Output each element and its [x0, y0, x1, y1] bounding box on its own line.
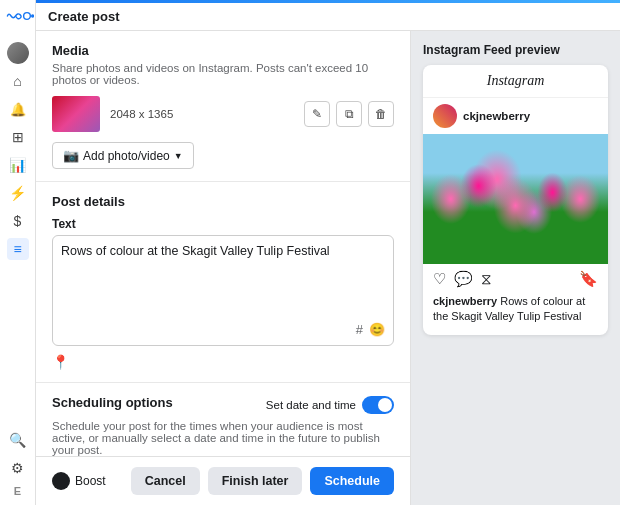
meta-logo	[6, 8, 30, 32]
location-icon: 📍	[52, 354, 69, 370]
schedule-button[interactable]: Schedule	[310, 467, 394, 495]
media-item: 2048 x 1365 ✎ ⧉ 🗑	[52, 96, 394, 132]
ig-post-image	[423, 134, 608, 264]
home-nav-icon[interactable]: ⌂	[7, 70, 29, 92]
grid-nav-icon[interactable]: ⊞	[7, 126, 29, 148]
media-thumbnail	[52, 96, 100, 132]
boost-toggle: Boost	[52, 472, 123, 490]
instagram-preview-card: Instagram ckjnewberry ♡ 💬 ⧖ 🔖	[423, 65, 608, 335]
post-details-title: Post details	[52, 194, 394, 209]
ig-avatar	[433, 104, 457, 128]
post-details-section: Post details Text Rows of colour at the …	[36, 182, 410, 383]
add-photo-video-button[interactable]: 📷 Add photo/video ▼	[52, 142, 194, 169]
set-date-time-label: Set date and time	[266, 399, 356, 411]
settings-nav-icon[interactable]: ⚙	[7, 457, 29, 479]
comment-icon[interactable]: 💬	[454, 270, 473, 288]
media-actions: ✎ ⧉ 🗑	[304, 101, 394, 127]
text-field-label: Text	[52, 217, 394, 231]
edit-media-button[interactable]: ✎	[304, 101, 330, 127]
boost-label: Boost	[75, 474, 106, 488]
post-text-input[interactable]: Rows of colour at the Skagit Valley Tuli…	[61, 244, 385, 316]
user-avatar[interactable]	[7, 42, 29, 64]
media-title: Media	[52, 43, 394, 58]
text-field-wrapper: Text Rows of colour at the Skagit Valley…	[52, 217, 394, 346]
chart-nav-icon[interactable]: 📊	[7, 154, 29, 176]
ig-caption: ckjnewberry Rows of colour at the Skagit…	[423, 294, 608, 335]
scheduling-header: Scheduling options Set date and time	[52, 395, 394, 414]
add-media-icon: 📷	[63, 148, 79, 163]
location-row[interactable]: 📍	[52, 354, 394, 370]
page-title: Create post	[48, 9, 120, 24]
boost-dot	[52, 472, 70, 490]
sidebar-label: E	[14, 485, 21, 497]
add-media-label: Add photo/video	[83, 149, 170, 163]
instagram-wordmark: Instagram	[423, 65, 608, 98]
dollar-nav-icon[interactable]: $	[7, 210, 29, 232]
media-section: Media Share photos and videos on Instagr…	[36, 31, 410, 182]
ig-image-content	[423, 134, 608, 264]
scheduling-description: Schedule your post for the times when yo…	[52, 420, 394, 456]
bookmark-icon[interactable]: 🔖	[579, 270, 598, 288]
left-panel: Media Share photos and videos on Instagr…	[36, 31, 411, 505]
hashtag-icon[interactable]: #	[356, 322, 363, 337]
ig-action-bar: ♡ 💬 ⧖ 🔖	[423, 264, 608, 294]
delete-media-button[interactable]: 🗑	[368, 101, 394, 127]
media-description: Share photos and videos on Instagram. Po…	[52, 62, 394, 86]
ig-user-row: ckjnewberry	[423, 98, 608, 134]
media-thumb-image	[52, 96, 100, 132]
ig-caption-username: ckjnewberry	[433, 295, 497, 307]
media-size: 2048 x 1365	[110, 108, 294, 120]
main-area: Create post Media Share photos and video…	[36, 0, 620, 505]
sidebar: ⌂ 🔔 ⊞ 📊 ⚡ $ ≡ 🔍 ⚙ E	[0, 0, 36, 505]
toggle-switch[interactable]	[362, 396, 394, 414]
add-media-chevron: ▼	[174, 151, 183, 161]
schedule-toggle-row: Set date and time	[266, 396, 394, 414]
cancel-button[interactable]: Cancel	[131, 467, 200, 495]
duplicate-media-button[interactable]: ⧉	[336, 101, 362, 127]
boost-nav-icon[interactable]: ⚡	[7, 182, 29, 204]
ig-username: ckjnewberry	[463, 110, 530, 122]
content-row: Media Share photos and videos on Instagr…	[36, 31, 620, 505]
svg-point-0	[23, 13, 30, 20]
top-bar: Create post	[36, 3, 620, 31]
like-icon[interactable]: ♡	[433, 270, 446, 288]
menu-nav-icon[interactable]: ≡	[7, 238, 29, 260]
scheduling-title: Scheduling options	[52, 395, 173, 410]
text-area-container: Rows of colour at the Skagit Valley Tuli…	[52, 235, 394, 346]
preview-title: Instagram Feed preview	[423, 43, 608, 57]
emoji-icon[interactable]: 😊	[369, 322, 385, 337]
sidebar-bottom: 🔍 ⚙ E	[7, 429, 29, 497]
svg-point-1	[30, 14, 33, 17]
share-icon[interactable]: ⧖	[481, 270, 492, 288]
bottom-bar: Boost Cancel Finish later Schedule	[36, 456, 410, 505]
panel-scroll: Media Share photos and videos on Instagr…	[36, 31, 410, 456]
notification-nav-icon[interactable]: 🔔	[7, 98, 29, 120]
right-panel: Instagram Feed preview Instagram ckjnewb…	[411, 31, 620, 505]
scheduling-section: Scheduling options Set date and time Sch…	[36, 383, 410, 456]
search-nav-icon[interactable]: 🔍	[7, 429, 29, 451]
finish-later-button[interactable]: Finish later	[208, 467, 303, 495]
text-area-toolbar: # 😊	[61, 322, 385, 337]
